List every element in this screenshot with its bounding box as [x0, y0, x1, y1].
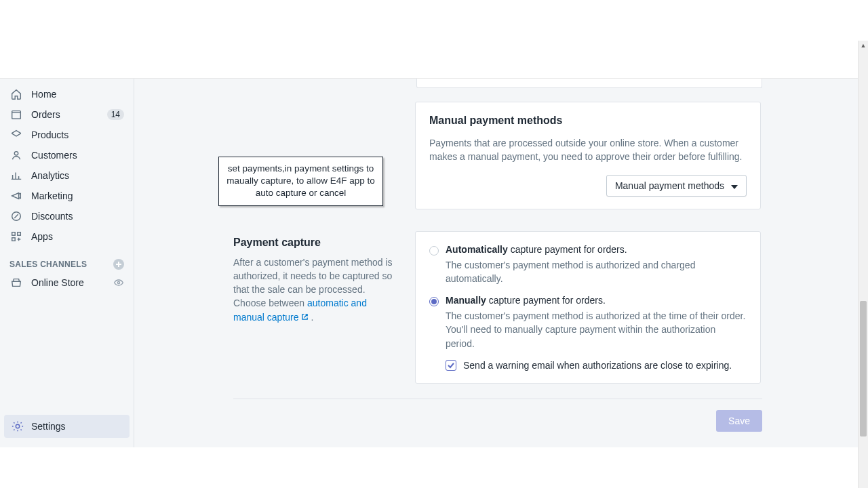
sidebar-item-label: Products [31, 129, 124, 140]
sidebar-item-label: Customers [31, 150, 124, 161]
sidebar-item-home[interactable]: Home [0, 84, 134, 104]
payment-capture-title: Payment capture [233, 237, 400, 249]
section-label: SALES CHANNELS [9, 260, 87, 269]
checkbox-icon [446, 360, 456, 371]
sidebar-item-discounts[interactable]: Discounts [0, 206, 134, 226]
view-store-icon[interactable] [113, 277, 124, 288]
sidebar-item-marketing[interactable]: Marketing [0, 186, 134, 206]
orders-badge: 14 [107, 109, 124, 120]
sidebar-item-orders[interactable]: Orders 14 [0, 104, 134, 125]
svg-point-1 [14, 152, 18, 155]
settings-label: Settings [31, 421, 66, 432]
payment-capture-desc: After a customer's payment method is aut… [233, 256, 400, 324]
svg-rect-0 [12, 111, 21, 119]
products-icon [9, 128, 23, 142]
sidebar-item-apps[interactable]: Apps [0, 226, 134, 247]
main-content: Manual payment methods Payments that are… [134, 79, 868, 447]
sidebar-item-settings[interactable]: Settings [4, 415, 130, 438]
divider [233, 399, 762, 399]
caret-down-icon [731, 180, 738, 191]
sidebar-item-customers[interactable]: Customers [0, 145, 134, 165]
scrollbar[interactable]: ▲ [858, 41, 868, 488]
add-channel-icon[interactable] [113, 259, 124, 270]
card-clipped [416, 79, 762, 88]
dropdown-label: Manual payment methods [615, 180, 724, 191]
radio-auto-capture[interactable]: Automatically capture payment for orders… [429, 244, 747, 256]
svg-rect-3 [12, 232, 16, 236]
discounts-icon [9, 209, 23, 223]
save-button[interactable]: Save [716, 410, 762, 432]
scrollbar-thumb[interactable] [860, 301, 867, 436]
radio-icon [429, 297, 439, 306]
radio-manual-capture[interactable]: Manually capture payment for orders. [429, 295, 747, 306]
radio-auto-desc: The customer's payment method is authori… [446, 258, 747, 286]
online-store-icon [9, 276, 23, 289]
external-link-icon [301, 310, 309, 324]
sidebar-channel-online-store[interactable]: Online Store [0, 272, 134, 293]
manual-card-desc: Payments that are processed outside your… [429, 136, 747, 164]
svg-point-7 [16, 424, 19, 428]
customers-icon [9, 148, 23, 162]
sidebar-item-label: Marketing [31, 190, 124, 201]
marketing-icon [9, 189, 23, 203]
sidebar-item-analytics[interactable]: Analytics [0, 165, 134, 186]
sidebar-item-label: Orders [31, 109, 107, 120]
sidebar-item-label: Discounts [31, 211, 124, 222]
sales-channels-header: SALES CHANNELS [0, 247, 134, 272]
tooltip-annotation: set payments,in payment settings to maua… [218, 157, 383, 206]
sidebar-item-label: Home [31, 89, 124, 100]
svg-rect-5 [12, 238, 16, 241]
channel-label: Online Store [31, 277, 113, 288]
orders-icon [9, 108, 23, 121]
sidebar-item-label: Analytics [31, 170, 124, 181]
sidebar-item-products[interactable]: Products [0, 125, 134, 145]
radio-icon [429, 246, 439, 256]
apps-icon [9, 230, 23, 243]
manual-payment-card: Manual payment methods Payments that are… [415, 102, 761, 209]
manual-payment-dropdown[interactable]: Manual payment methods [606, 175, 747, 197]
payment-capture-card: Automatically capture payment for orders… [415, 231, 761, 384]
sidebar-item-label: Apps [31, 231, 124, 242]
svg-point-6 [117, 281, 119, 283]
svg-rect-4 [18, 232, 21, 236]
checkbox-warning-email[interactable]: Send a warning email when authorizations… [446, 360, 747, 371]
gear-icon [11, 420, 24, 433]
home-icon [9, 87, 23, 101]
sidebar: Home Orders 14 Products [0, 79, 134, 447]
analytics-icon [9, 169, 23, 182]
scroll-up-icon[interactable]: ▲ [859, 41, 868, 50]
checkbox-label: Send a warning email when authorizations… [463, 360, 732, 371]
manual-card-title: Manual payment methods [429, 115, 747, 127]
radio-manual-desc: The customer's payment method is authori… [446, 309, 747, 350]
